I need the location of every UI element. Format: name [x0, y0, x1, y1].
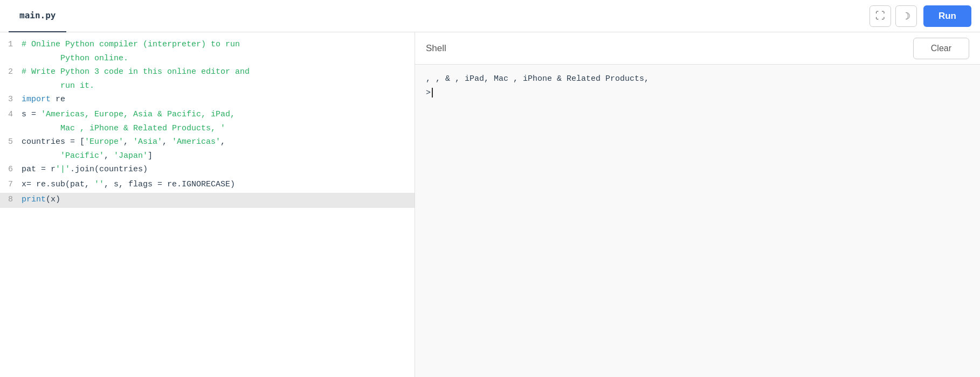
shell-title: Shell [426, 43, 446, 54]
code-line-4: 4 s = 'Americas, Europe, Asia & Pacific,… [0, 108, 415, 135]
shell-output-line-1: , , & , iPad, Mac , iPhone & Related Pro… [426, 72, 969, 86]
line-num-7: 7 [0, 178, 22, 192]
editor-panel[interactable]: 1 # Online Python compiler (interpreter)… [0, 32, 415, 377]
line-content-7: x= re.sub(pat, '', s, flags = re.IGNOREC… [22, 178, 415, 192]
tab-main-py[interactable]: main.py [9, 0, 66, 32]
toolbar: main.py ⛶ ☽ Run [0, 0, 980, 32]
app-container: main.py ⛶ ☽ Run 1 # Online Python compil… [0, 0, 980, 377]
line-content-5: countries = ['Europe', 'Asia', 'Americas… [22, 135, 415, 163]
line-content-8: print(x) [22, 193, 415, 207]
shell-output-text-1: , , & , iPad, Mac , iPhone & Related Pro… [426, 72, 649, 86]
line-num-1: 1 [0, 38, 22, 52]
toolbar-icons: ⛶ ☽ [869, 5, 917, 27]
shell-panel: Shell Clear , , & , iPad, Mac , iPhone &… [415, 32, 980, 377]
shell-output: , , & , iPad, Mac , iPhone & Related Pro… [415, 65, 980, 377]
code-line-3: 3 import re [0, 93, 415, 108]
line-content-6: pat = r'|'.join(countries) [22, 163, 415, 177]
line-content-3: import re [22, 93, 415, 107]
line-num-8: 8 [0, 193, 22, 207]
shell-cursor [432, 88, 433, 97]
shell-output-line-2: > [426, 86, 969, 100]
code-line-5: 5 countries = ['Europe', 'Asia', 'Americ… [0, 135, 415, 163]
line-num-5: 5 [0, 135, 22, 149]
code-line-7: 7 x= re.sub(pat, '', s, flags = re.IGNOR… [0, 178, 415, 193]
code-line-2: 2 # Write Python 3 code in this online e… [0, 65, 415, 93]
run-button[interactable]: Run [923, 5, 971, 27]
dark-mode-button[interactable]: ☽ [895, 5, 917, 27]
code-area: 1 # Online Python compiler (interpreter)… [0, 32, 415, 213]
line-num-6: 6 [0, 163, 22, 177]
code-line-6: 6 pat = r'|'.join(countries) [0, 163, 415, 178]
line-content-1: # Online Python compiler (interpreter) t… [22, 38, 415, 65]
fullscreen-button[interactable]: ⛶ [869, 5, 891, 27]
shell-prompt: > [426, 86, 431, 100]
moon-icon: ☽ [902, 10, 910, 22]
line-content-4: s = 'Americas, Europe, Asia & Pacific, i… [22, 108, 415, 135]
line-num-4: 4 [0, 108, 22, 122]
line-num-3: 3 [0, 93, 22, 107]
code-line-1: 1 # Online Python compiler (interpreter)… [0, 38, 415, 65]
line-num-2: 2 [0, 65, 22, 79]
code-line-8: 8 print(x) [0, 193, 415, 208]
main-content: 1 # Online Python compiler (interpreter)… [0, 32, 980, 377]
line-content-2: # Write Python 3 code in this online edi… [22, 65, 415, 93]
fullscreen-icon: ⛶ [875, 10, 885, 22]
shell-header: Shell Clear [415, 32, 980, 65]
clear-button[interactable]: Clear [913, 38, 969, 59]
